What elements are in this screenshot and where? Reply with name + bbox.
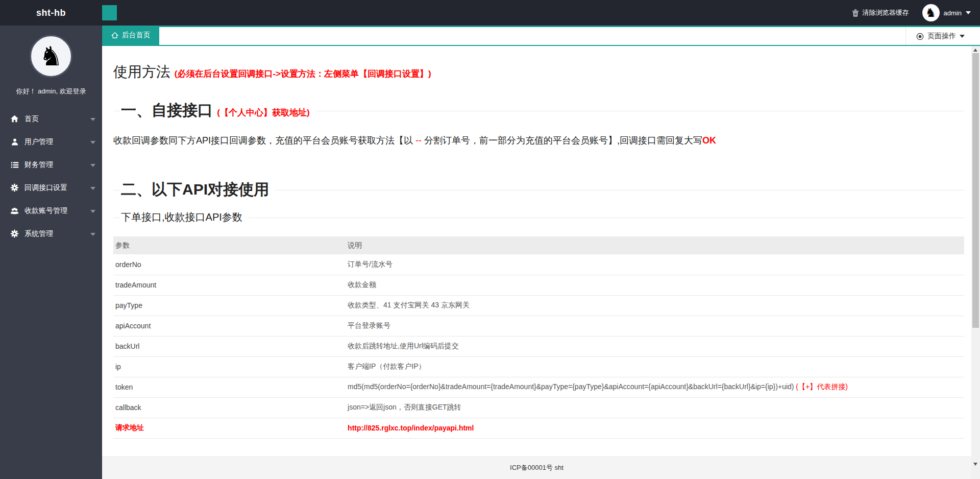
section1-heading: 一、自接接口 (【个人中心】获取地址): [113, 100, 964, 121]
param-cell: token: [113, 377, 346, 397]
collapse-menu-button[interactable]: [102, 5, 117, 20]
page-operations-label: 页面操作: [927, 32, 956, 41]
table-header-row: 参数 说明: [113, 236, 964, 254]
trash-icon: [852, 9, 859, 17]
page-operations-dropdown[interactable]: 页面操作: [905, 28, 980, 45]
table-row: apiAccount平台登录账号: [113, 316, 964, 336]
sidebar-item-label: 用户管理: [24, 137, 53, 147]
fisheye-icon: [916, 33, 924, 40]
username: admin: [944, 9, 962, 17]
api-params-table: 参数 说明 orderNo订单号/流水号tradeAmount收款金额payTy…: [113, 236, 964, 439]
tab-bar: 后台首页 页面操作: [102, 26, 980, 46]
chevron-down-icon: [90, 233, 95, 236]
horse-logo-icon: ♞: [39, 43, 63, 69]
chevron-down-icon: [960, 35, 965, 38]
tab-backend-home[interactable]: 后台首页: [102, 26, 159, 45]
param-cell: apiAccount: [113, 316, 346, 336]
home-icon: [10, 114, 19, 123]
sidebar-item-users[interactable]: 用户管理: [0, 130, 102, 153]
param-cell: payType: [113, 295, 346, 316]
table-row: 请求地址http://825.rglxc.top/index/payapi.ht…: [113, 418, 964, 438]
avatar: ♞: [922, 4, 940, 21]
admin-dropdown[interactable]: ♞ admin: [922, 4, 971, 21]
sidebar-item-label: 回调接口设置: [24, 183, 67, 193]
section1-heading-note: (【个人中心】获取地址): [217, 108, 309, 117]
column-header-param: 参数: [113, 236, 346, 254]
paragraph-text: 分割订单号，前一部分为充值的平台会员账号】,回调接口需回复大写: [422, 135, 702, 146]
vertical-scrollbar[interactable]: [971, 46, 980, 479]
api-table-body: orderNo订单号/流水号tradeAmount收款金额payType收款类型…: [113, 254, 964, 438]
desc-cell: 收款后跳转地址,使用Url编码后提交: [346, 336, 964, 356]
desc-red-note: (【+】代表拼接): [796, 382, 848, 391]
clear-cache-button[interactable]: 清除浏览器缓存: [852, 8, 909, 17]
paragraph-red-dash: --: [415, 135, 422, 146]
main-content: 使用方法 (必须在后台设置回调接口->设置方法：左侧菜单【回调接口设置】) 一、…: [102, 46, 971, 479]
param-cell: tradeAmount: [113, 275, 346, 295]
chevron-down-icon: [966, 11, 971, 14]
sidebar-item-finance[interactable]: 财务管理: [0, 153, 102, 176]
table-row: tradeAmount收款金额: [113, 275, 964, 295]
sidebar-item-label: 首页: [24, 114, 39, 124]
column-header-desc: 说明: [346, 236, 964, 254]
chevron-down-icon: [90, 164, 95, 167]
horse-logo-icon: ♞: [925, 7, 937, 19]
sidebar-item-label: 财务管理: [24, 160, 53, 170]
users-icon: [10, 206, 19, 215]
sidebar-menu: 首页 用户管理 财务管理 回调接口设置: [0, 107, 102, 245]
chevron-down-icon: [90, 210, 95, 213]
sidebar: ♞ 你好！ admin, 欢迎登录 首页 用户管理 财务管理: [0, 26, 102, 479]
paragraph-ok: OK: [702, 135, 716, 146]
param-cell: ip: [113, 356, 346, 377]
usage-title: 使用方法: [113, 64, 170, 80]
footer: ICP备00001号 sht: [102, 456, 971, 479]
chevron-down-icon: [90, 118, 95, 121]
chevron-down-icon: [90, 141, 95, 144]
section2-heading: 二、以下API对接使用: [113, 179, 964, 200]
desc-cell: 收款金额: [346, 275, 964, 295]
desc-cell: 收款类型、41 支付宝网关 43 京东网关: [346, 295, 964, 316]
usage-title-note: (必须在后台设置回调接口->设置方法：左侧菜单【回调接口设置】): [175, 69, 431, 79]
param-cell: backUrl: [113, 336, 346, 356]
tab-label: 后台首页: [122, 31, 151, 40]
app-brand: sht-hb: [0, 0, 102, 26]
sidebar-item-payment-accounts[interactable]: 收款账号管理: [0, 199, 102, 222]
user-icon: [10, 137, 19, 146]
desc-cell: 订单号/流水号: [346, 254, 964, 275]
param-cell: 请求地址: [113, 418, 346, 438]
table-row: ip客户端IP（付款客户IP）: [113, 356, 964, 377]
scrollbar-thumb[interactable]: [972, 53, 979, 328]
clear-cache-label: 清除浏览器缓存: [863, 8, 909, 17]
param-cell: callback: [113, 397, 346, 418]
section1-heading-text: 一、自接接口: [121, 102, 213, 118]
section2-subheading: 下单接口,收款接口API参数: [113, 210, 964, 224]
scroll-down-arrow-icon[interactable]: [973, 463, 977, 466]
page-title: 使用方法 (必须在后台设置回调接口->设置方法：左侧菜单【回调接口设置】): [113, 62, 964, 82]
table-row: payType收款类型、41 支付宝网关 43 京东网关: [113, 295, 964, 316]
sidebar-item-home[interactable]: 首页: [0, 107, 102, 130]
scroll-up-arrow-icon[interactable]: [973, 49, 977, 52]
sidebar-item-system[interactable]: 系统管理: [0, 222, 102, 245]
section1-paragraph: 收款回调参数同下方API接口回调参数，充值的平台会员账号获取方法【以 -- 分割…: [113, 134, 964, 147]
site-logo: ♞: [30, 35, 72, 78]
list-icon: [10, 160, 19, 169]
desc-cell: md5(md5(orderNo={orderNo}&tradeAmount={t…: [346, 377, 964, 397]
table-row: tokenmd5(md5(orderNo={orderNo}&tradeAmou…: [113, 377, 964, 397]
home-icon: [111, 32, 118, 39]
table-row: callbackjson=>返回json，否则直接GET跳转: [113, 397, 964, 418]
icp-text: ICP备00001号 sht: [510, 463, 564, 472]
sidebar-item-label: 收款账号管理: [24, 206, 67, 215]
param-cell: orderNo: [113, 254, 346, 275]
desc-cell: 客户端IP（付款客户IP）: [346, 356, 964, 377]
table-row: backUrl收款后跳转地址,使用Url编码后提交: [113, 336, 964, 356]
gear-icon: [10, 229, 19, 238]
desc-cell: http://825.rglxc.top/index/payapi.html: [346, 418, 964, 438]
top-bar: sht-hb 清除浏览器缓存 ♞ admin: [0, 0, 980, 26]
sidebar-item-label: 系统管理: [24, 229, 53, 238]
gear-icon: [10, 183, 19, 192]
paragraph-text: 收款回调参数同下方API接口回调参数，充值的平台会员账号获取方法【以: [113, 135, 415, 146]
desc-cell: 平台登录账号: [346, 316, 964, 336]
desc-cell: json=>返回json，否则直接GET跳转: [346, 397, 964, 418]
table-row: orderNo订单号/流水号: [113, 254, 964, 275]
sidebar-item-callback-settings[interactable]: 回调接口设置: [0, 176, 102, 199]
welcome-text: 你好！ admin, 欢迎登录: [0, 87, 102, 96]
